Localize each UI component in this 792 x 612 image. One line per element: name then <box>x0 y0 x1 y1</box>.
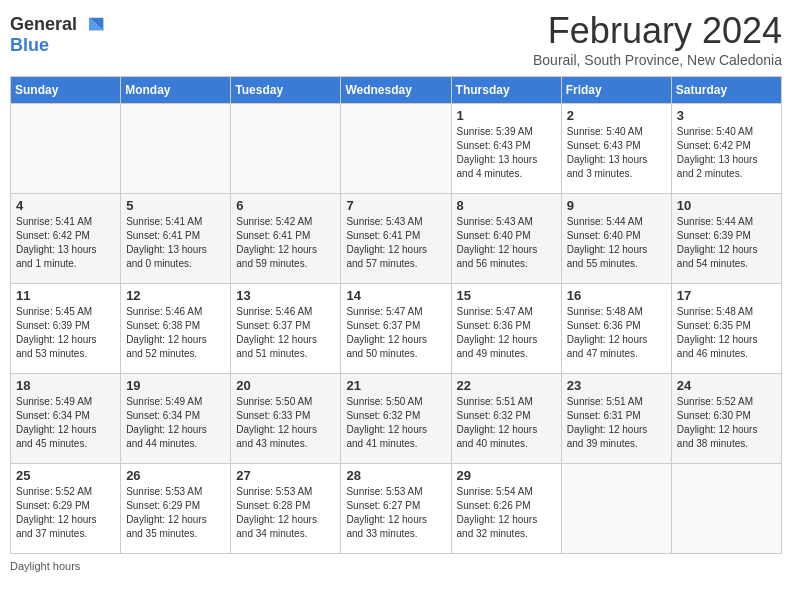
day-info: Sunrise: 5:48 AM Sunset: 6:36 PM Dayligh… <box>567 305 666 361</box>
day-number: 28 <box>346 468 445 483</box>
page-header: General Blue February 2024 Bourail, Sout… <box>10 10 782 68</box>
day-info: Sunrise: 5:51 AM Sunset: 6:32 PM Dayligh… <box>457 395 556 451</box>
calendar-cell: 22Sunrise: 5:51 AM Sunset: 6:32 PM Dayli… <box>451 374 561 464</box>
calendar-cell: 13Sunrise: 5:46 AM Sunset: 6:37 PM Dayli… <box>231 284 341 374</box>
calendar-cell: 16Sunrise: 5:48 AM Sunset: 6:36 PM Dayli… <box>561 284 671 374</box>
day-number: 2 <box>567 108 666 123</box>
logo-blue-text: Blue <box>10 35 49 56</box>
day-number: 24 <box>677 378 776 393</box>
calendar-cell: 5Sunrise: 5:41 AM Sunset: 6:41 PM Daylig… <box>121 194 231 284</box>
day-number: 12 <box>126 288 225 303</box>
calendar-cell: 14Sunrise: 5:47 AM Sunset: 6:37 PM Dayli… <box>341 284 451 374</box>
day-info: Sunrise: 5:47 AM Sunset: 6:36 PM Dayligh… <box>457 305 556 361</box>
day-number: 22 <box>457 378 556 393</box>
calendar-cell: 29Sunrise: 5:54 AM Sunset: 6:26 PM Dayli… <box>451 464 561 554</box>
day-number: 4 <box>16 198 115 213</box>
day-number: 3 <box>677 108 776 123</box>
title-area: February 2024 Bourail, South Province, N… <box>533 10 782 68</box>
day-info: Sunrise: 5:41 AM Sunset: 6:42 PM Dayligh… <box>16 215 115 271</box>
calendar-day-header: Friday <box>561 77 671 104</box>
day-number: 17 <box>677 288 776 303</box>
day-number: 29 <box>457 468 556 483</box>
calendar-cell: 19Sunrise: 5:49 AM Sunset: 6:34 PM Dayli… <box>121 374 231 464</box>
calendar-week-row: 4Sunrise: 5:41 AM Sunset: 6:42 PM Daylig… <box>11 194 782 284</box>
calendar-cell: 23Sunrise: 5:51 AM Sunset: 6:31 PM Dayli… <box>561 374 671 464</box>
day-info: Sunrise: 5:53 AM Sunset: 6:27 PM Dayligh… <box>346 485 445 541</box>
calendar-cell <box>671 464 781 554</box>
day-number: 19 <box>126 378 225 393</box>
day-info: Sunrise: 5:52 AM Sunset: 6:29 PM Dayligh… <box>16 485 115 541</box>
day-info: Sunrise: 5:52 AM Sunset: 6:30 PM Dayligh… <box>677 395 776 451</box>
calendar-header-row: SundayMondayTuesdayWednesdayThursdayFrid… <box>11 77 782 104</box>
day-number: 6 <box>236 198 335 213</box>
calendar-cell: 24Sunrise: 5:52 AM Sunset: 6:30 PM Dayli… <box>671 374 781 464</box>
day-number: 15 <box>457 288 556 303</box>
day-info: Sunrise: 5:53 AM Sunset: 6:28 PM Dayligh… <box>236 485 335 541</box>
calendar-cell: 4Sunrise: 5:41 AM Sunset: 6:42 PM Daylig… <box>11 194 121 284</box>
day-info: Sunrise: 5:51 AM Sunset: 6:31 PM Dayligh… <box>567 395 666 451</box>
calendar-week-row: 25Sunrise: 5:52 AM Sunset: 6:29 PM Dayli… <box>11 464 782 554</box>
logo-general-text: General <box>10 14 77 35</box>
day-info: Sunrise: 5:39 AM Sunset: 6:43 PM Dayligh… <box>457 125 556 181</box>
day-info: Sunrise: 5:44 AM Sunset: 6:39 PM Dayligh… <box>677 215 776 271</box>
calendar-cell: 2Sunrise: 5:40 AM Sunset: 6:43 PM Daylig… <box>561 104 671 194</box>
calendar-cell <box>121 104 231 194</box>
calendar-week-row: 11Sunrise: 5:45 AM Sunset: 6:39 PM Dayli… <box>11 284 782 374</box>
day-number: 1 <box>457 108 556 123</box>
day-info: Sunrise: 5:53 AM Sunset: 6:29 PM Dayligh… <box>126 485 225 541</box>
calendar-day-header: Thursday <box>451 77 561 104</box>
day-number: 5 <box>126 198 225 213</box>
calendar-cell: 3Sunrise: 5:40 AM Sunset: 6:42 PM Daylig… <box>671 104 781 194</box>
calendar-day-header: Sunday <box>11 77 121 104</box>
day-number: 26 <box>126 468 225 483</box>
calendar-week-row: 18Sunrise: 5:49 AM Sunset: 6:34 PM Dayli… <box>11 374 782 464</box>
calendar-cell: 17Sunrise: 5:48 AM Sunset: 6:35 PM Dayli… <box>671 284 781 374</box>
calendar-cell <box>11 104 121 194</box>
calendar-day-header: Tuesday <box>231 77 341 104</box>
calendar-cell: 26Sunrise: 5:53 AM Sunset: 6:29 PM Dayli… <box>121 464 231 554</box>
day-number: 8 <box>457 198 556 213</box>
calendar-day-header: Saturday <box>671 77 781 104</box>
day-info: Sunrise: 5:46 AM Sunset: 6:37 PM Dayligh… <box>236 305 335 361</box>
calendar-cell: 21Sunrise: 5:50 AM Sunset: 6:32 PM Dayli… <box>341 374 451 464</box>
day-info: Sunrise: 5:44 AM Sunset: 6:40 PM Dayligh… <box>567 215 666 271</box>
month-title: February 2024 <box>533 10 782 52</box>
calendar-cell: 27Sunrise: 5:53 AM Sunset: 6:28 PM Dayli… <box>231 464 341 554</box>
day-number: 11 <box>16 288 115 303</box>
day-info: Sunrise: 5:48 AM Sunset: 6:35 PM Dayligh… <box>677 305 776 361</box>
day-info: Sunrise: 5:43 AM Sunset: 6:41 PM Dayligh… <box>346 215 445 271</box>
day-number: 9 <box>567 198 666 213</box>
calendar-day-header: Wednesday <box>341 77 451 104</box>
day-info: Sunrise: 5:41 AM Sunset: 6:41 PM Dayligh… <box>126 215 225 271</box>
day-info: Sunrise: 5:49 AM Sunset: 6:34 PM Dayligh… <box>16 395 115 451</box>
day-number: 13 <box>236 288 335 303</box>
day-number: 25 <box>16 468 115 483</box>
calendar-cell: 7Sunrise: 5:43 AM Sunset: 6:41 PM Daylig… <box>341 194 451 284</box>
footer-text: Daylight hours <box>10 560 782 572</box>
logo-icon <box>81 16 105 34</box>
calendar-cell: 20Sunrise: 5:50 AM Sunset: 6:33 PM Dayli… <box>231 374 341 464</box>
day-info: Sunrise: 5:50 AM Sunset: 6:32 PM Dayligh… <box>346 395 445 451</box>
calendar-cell <box>561 464 671 554</box>
day-number: 7 <box>346 198 445 213</box>
calendar-cell: 1Sunrise: 5:39 AM Sunset: 6:43 PM Daylig… <box>451 104 561 194</box>
logo: General Blue <box>10 14 105 56</box>
calendar-cell <box>231 104 341 194</box>
day-info: Sunrise: 5:42 AM Sunset: 6:41 PM Dayligh… <box>236 215 335 271</box>
calendar-cell: 12Sunrise: 5:46 AM Sunset: 6:38 PM Dayli… <box>121 284 231 374</box>
day-number: 18 <box>16 378 115 393</box>
day-number: 21 <box>346 378 445 393</box>
day-info: Sunrise: 5:40 AM Sunset: 6:42 PM Dayligh… <box>677 125 776 181</box>
day-number: 27 <box>236 468 335 483</box>
day-info: Sunrise: 5:43 AM Sunset: 6:40 PM Dayligh… <box>457 215 556 271</box>
day-info: Sunrise: 5:46 AM Sunset: 6:38 PM Dayligh… <box>126 305 225 361</box>
day-info: Sunrise: 5:40 AM Sunset: 6:43 PM Dayligh… <box>567 125 666 181</box>
day-number: 10 <box>677 198 776 213</box>
calendar-week-row: 1Sunrise: 5:39 AM Sunset: 6:43 PM Daylig… <box>11 104 782 194</box>
day-number: 14 <box>346 288 445 303</box>
calendar-cell: 8Sunrise: 5:43 AM Sunset: 6:40 PM Daylig… <box>451 194 561 284</box>
day-number: 16 <box>567 288 666 303</box>
calendar-cell: 15Sunrise: 5:47 AM Sunset: 6:36 PM Dayli… <box>451 284 561 374</box>
calendar-cell: 18Sunrise: 5:49 AM Sunset: 6:34 PM Dayli… <box>11 374 121 464</box>
day-info: Sunrise: 5:49 AM Sunset: 6:34 PM Dayligh… <box>126 395 225 451</box>
